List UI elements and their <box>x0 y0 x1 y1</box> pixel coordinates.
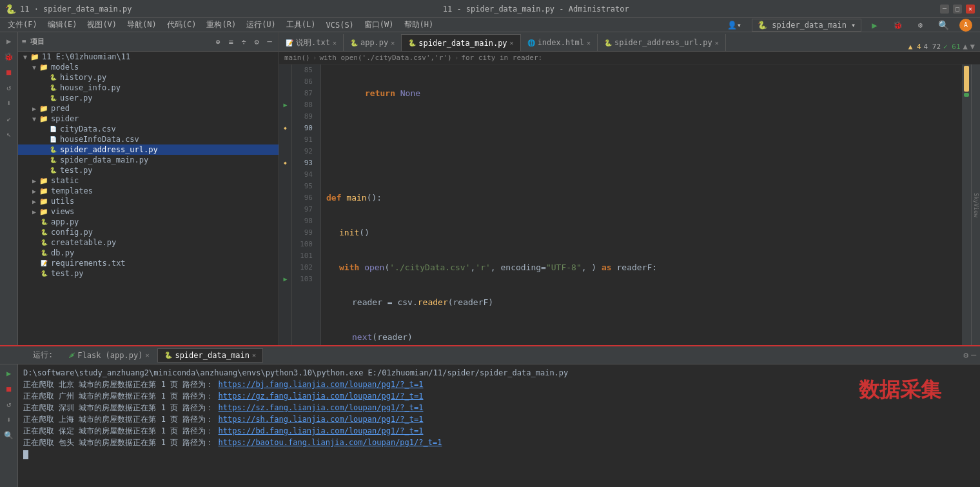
tree-item-static[interactable]: ▶ 📁 static <box>18 175 279 186</box>
minimize-button[interactable]: ─ <box>940 5 949 14</box>
tab-flask-close[interactable]: ✕ <box>145 352 149 359</box>
step-over-icon[interactable]: ⬇ <box>3 97 15 110</box>
run-gutter-88[interactable]: ▶ <box>279 99 291 111</box>
tab-app-close[interactable]: ✕ <box>391 39 395 46</box>
toolbar-more[interactable]: ⚙ <box>913 21 928 30</box>
tree-item-config[interactable]: ▶ 🐍 config.py <box>18 227 279 237</box>
tree-item-spider-data-main[interactable]: ▶ 🐍 spider_data_main.py <box>18 155 279 165</box>
sidebar-settings-icon[interactable]: ⊕ <box>213 37 223 47</box>
tree-item-requirements[interactable]: ▶ 📝 requirements.txt <box>18 258 279 268</box>
tab-spider-address-close[interactable]: ✕ <box>715 39 719 46</box>
term-run-icon[interactable]: ▶ <box>3 367 15 380</box>
term-filter-icon[interactable]: 🔍 <box>3 429 15 442</box>
sidebar-collapse-icon[interactable]: ≡ <box>226 37 236 47</box>
terminal-settings-icon[interactable]: ⚙ <box>963 350 968 360</box>
run-gutter-93[interactable]: ◆ <box>279 157 291 169</box>
editor-chevron-up[interactable]: ▲ <box>963 42 968 51</box>
tree-item-app-py[interactable]: ▶ 🐍 app.py <box>18 217 279 227</box>
tree-label-test-spider: test.py <box>60 166 93 175</box>
menu-refactor[interactable]: 重构(R) <box>201 19 241 30</box>
editor-warning-badge: ▲ 4 <box>908 43 921 51</box>
tab-spider-data-main-close[interactable]: ✕ <box>510 39 514 46</box>
tab-spider-data-main[interactable]: 🐍 spider_data_main.py ✕ <box>402 34 520 51</box>
line-numbers: 85 86 87 88 89 90 91 92 93 94 95 96 97 9… <box>292 65 321 345</box>
run-sidebar-icon[interactable]: ▶ <box>3 35 15 48</box>
close-button[interactable]: ✕ <box>966 5 975 14</box>
tree-item-house-info[interactable]: ▶ 🐍 house_info.py <box>18 83 279 93</box>
menu-tools[interactable]: 工具(L) <box>281 19 321 30</box>
terminal-link-guangzhou[interactable]: https://gz.fang.lianjia.com/loupan/pg1/?… <box>219 392 424 401</box>
step-into-icon[interactable]: ↙ <box>3 112 15 125</box>
tab-spider-data-main-terminal[interactable]: 🐍 spider_data_main ✕ <box>157 348 263 363</box>
menu-file[interactable]: 文件(F) <box>3 19 43 30</box>
menu-view[interactable]: 视图(V) <box>82 19 122 30</box>
step-out-icon[interactable]: ↖ <box>3 128 15 141</box>
tree-item-spider-address[interactable]: ▶ 🐍 spider_address_url.py <box>18 144 279 155</box>
tree-label-spider: spider <box>51 114 79 123</box>
tab-shuoming-close[interactable]: ✕ <box>333 39 337 46</box>
tab-spider-close[interactable]: ✕ <box>252 352 256 359</box>
terminal-link-shanghai[interactable]: https://sh.fang.lianjia.com/loupan/pg1/?… <box>219 415 424 424</box>
maximize-button[interactable]: □ <box>953 5 962 14</box>
tab-shuoming[interactable]: 📝 说明.txt ✕ <box>279 34 344 51</box>
run-button[interactable]: ▶ <box>867 20 882 30</box>
debug-sidebar-icon[interactable]: 🐞 <box>3 50 15 63</box>
run-gutter-90[interactable]: ◆ <box>279 123 291 134</box>
tab-spider-address[interactable]: 🐍 spider_address_url.py ✕ <box>598 34 726 51</box>
stop-sidebar-icon[interactable]: ■ <box>3 66 15 79</box>
tree-label-pred: pred <box>51 104 70 113</box>
terminal-link-baoding[interactable]: https://bd.fang.lianjia.com/loupan/pg1/?… <box>219 426 424 435</box>
tree-item-history[interactable]: ▶ 🐍 history.py <box>18 72 279 83</box>
tree-item-createtable[interactable]: ▶ 🐍 createtable.py <box>18 237 279 248</box>
run-gutter-103[interactable]: ▶ <box>279 273 291 285</box>
tree-item-spider[interactable]: ▼ 📁 spider <box>18 114 279 124</box>
rerun-sidebar-icon[interactable]: ↺ <box>3 81 15 94</box>
tree-label-views: views <box>51 207 74 216</box>
editor-chevron-down[interactable]: ▼ <box>970 42 975 51</box>
terminal-link-beijing[interactable]: https://bj.fang.lianjia.com/loupan/pg1/?… <box>219 380 424 389</box>
tree-item-views[interactable]: ▶ 📁 views <box>18 206 279 217</box>
menu-vcs[interactable]: VCS(S) <box>321 21 359 30</box>
tree-item-citydata[interactable]: ▶ 📄 cityData.csv <box>18 124 279 134</box>
tree-item-pred[interactable]: ▶ 📁 pred <box>18 103 279 114</box>
tree-item-test-spider[interactable]: ▶ 🐍 test.py <box>18 165 279 175</box>
menu-navigate[interactable]: 导航(N) <box>122 19 162 30</box>
breadcrumb-for[interactable]: for city in reader: <box>461 54 542 62</box>
tree-item-user[interactable]: ▶ 🐍 user.py <box>18 93 279 103</box>
user-icon[interactable]: 👤▾ <box>722 21 747 30</box>
tree-item-houseinfodata[interactable]: ▶ 📄 houseInfoData.csv <box>18 134 279 144</box>
tab-shuoming-label: 说明.txt <box>296 37 330 48</box>
tree-root[interactable]: ▼ 📁 11 E:\01zhuomian\11 <box>18 52 279 62</box>
terminal-minimize-icon[interactable]: ─ <box>971 350 976 360</box>
code-content[interactable]: return None def main(): init() with open… <box>321 65 962 345</box>
sidebar-minus-icon[interactable]: ─ <box>264 37 275 47</box>
menu-edit[interactable]: 编辑(E) <box>43 19 83 30</box>
terminal-link-baotou[interactable]: https://baotou.fang.lianjia.com/loupan/p… <box>219 438 442 447</box>
terminal-content: D:\software\study_anzhuang2\miniconda\an… <box>18 364 980 487</box>
menu-help[interactable]: 帮助(H) <box>399 19 439 30</box>
tree-item-test2[interactable]: ▶ 🐍 test.py <box>18 268 279 279</box>
menu-code[interactable]: 代码(C) <box>162 19 202 30</box>
tree-item-db[interactable]: ▶ 🐍 db.py <box>18 248 279 258</box>
breadcrumb-with[interactable]: with open('./cityData.csv','r') <box>319 54 451 62</box>
debug-button[interactable]: 🐞 <box>888 21 908 30</box>
tab-index[interactable]: 🌐 index.html ✕ <box>521 34 598 51</box>
terminal-link-shenzhen[interactable]: https://sz.fang.lianjia.com/loupan/pg1/?… <box>219 403 424 412</box>
tree-item-models[interactable]: ▼ 📁 models <box>18 62 279 72</box>
menu-window[interactable]: 窗口(W) <box>359 19 399 30</box>
term-stop-icon[interactable]: ■ <box>3 383 15 395</box>
term-rerun-icon[interactable]: ↺ <box>3 398 15 411</box>
code-line-91: reader = csv.reader(readerF) <box>326 297 957 308</box>
breadcrumb-main[interactable]: main() <box>284 54 310 62</box>
sidebar-gear-icon[interactable]: ⚙ <box>251 37 262 47</box>
menu-run[interactable]: 运行(U) <box>241 19 281 30</box>
tree-label-app-py: app.py <box>51 217 79 226</box>
terminal-line-6: 正在爬取 包头 城市的房屋数据正在第 1 页 路径为： https://baot… <box>23 437 975 448</box>
toolbar-search[interactable]: 🔍 <box>933 20 954 30</box>
tree-item-templates[interactable]: ▶ 📁 templates <box>18 186 279 196</box>
tab-flask[interactable]: 🌶 Flask (app.py) ✕ <box>61 348 156 363</box>
tab-app[interactable]: 🐍 app.py ✕ <box>344 34 402 51</box>
term-scroll-end-icon[interactable]: ⬇ <box>3 413 15 426</box>
tab-index-close[interactable]: ✕ <box>587 39 591 46</box>
tree-item-utils[interactable]: ▶ 📁 utils <box>18 196 279 206</box>
